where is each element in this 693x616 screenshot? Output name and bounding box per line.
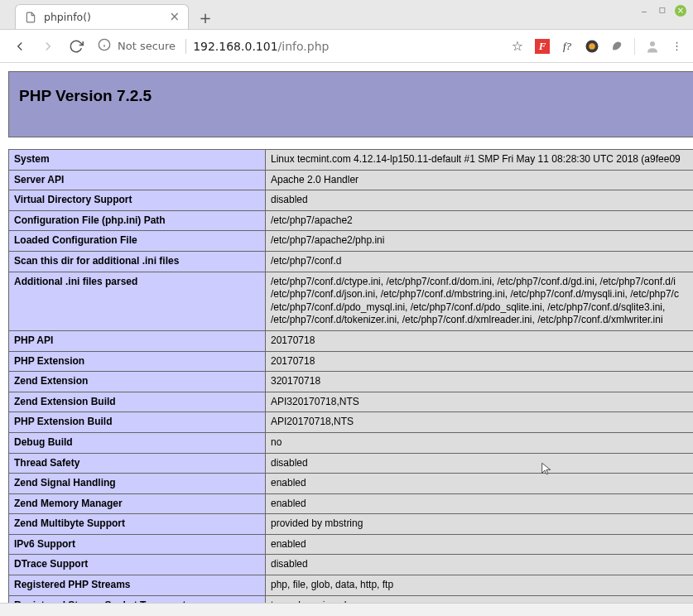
url-path: /info.php bbox=[278, 40, 330, 53]
config-name-cell: Scan this dir for additional .ini files bbox=[9, 251, 266, 272]
table-row: Additional .ini files parsed/etc/php7/co… bbox=[9, 272, 694, 330]
table-row: Zend Signal Handlingenabled bbox=[9, 474, 694, 494]
toolbar-separator bbox=[634, 38, 635, 55]
not-secure-label: Not secure bbox=[118, 40, 176, 52]
browser-toolbar: Not secure 192.168.0.101/info.php ☆ F f?… bbox=[0, 30, 693, 63]
table-row: PHP API20170718 bbox=[9, 330, 694, 351]
forward-button[interactable] bbox=[36, 35, 60, 58]
address-bar[interactable]: Not secure 192.168.0.101/info.php bbox=[98, 38, 329, 54]
config-name-cell: Loaded Configuration File bbox=[9, 231, 266, 252]
window-controls: – ▫ × bbox=[638, 5, 686, 17]
svg-point-4 bbox=[589, 43, 595, 50]
browser-tab-bar: phpinfo() × + – ▫ × bbox=[0, 0, 693, 30]
config-name-cell: Virtual Directory Support bbox=[9, 190, 266, 211]
tab-close-button[interactable]: × bbox=[169, 11, 180, 23]
table-row: DTrace Supportdisabled bbox=[9, 555, 694, 575]
window-maximize-button[interactable]: ▫ bbox=[657, 3, 668, 15]
config-value-cell: /etc/php7/apache2 bbox=[266, 210, 694, 231]
config-value-cell: no bbox=[266, 432, 694, 453]
config-value-cell: /etc/php7/conf.d bbox=[266, 251, 694, 272]
table-row: Zend Extension320170718 bbox=[9, 372, 694, 392]
svg-point-5 bbox=[650, 41, 655, 46]
url-text[interactable]: 192.168.0.101/info.php bbox=[193, 40, 329, 53]
phpinfo-header: PHP Version 7.2.5 bbox=[8, 71, 693, 137]
table-row: IPv6 Supportenabled bbox=[9, 534, 694, 555]
config-name-cell: Zend Extension bbox=[9, 372, 266, 392]
config-name-cell: Zend Memory Manager bbox=[9, 493, 266, 514]
window-close-button[interactable]: × bbox=[675, 5, 686, 17]
config-name-cell: PHP Extension bbox=[9, 351, 266, 372]
config-name-cell: System bbox=[9, 150, 266, 171]
horizontal-scroll-track[interactable] bbox=[0, 603, 693, 616]
browser-tab[interactable]: phpinfo() × bbox=[15, 4, 189, 29]
table-row: Thread Safetydisabled bbox=[9, 453, 694, 474]
reload-button[interactable] bbox=[65, 35, 88, 58]
extension-f-question-icon[interactable]: f? bbox=[560, 39, 575, 54]
config-value-cell: /etc/php7/conf.d/ctype.ini, /etc/php7/co… bbox=[266, 272, 694, 330]
config-value-cell: Apache 2.0 Handler bbox=[266, 170, 694, 190]
table-row: SystemLinux tecmint.com 4.12.14-lp150.11… bbox=[9, 150, 694, 171]
url-host: 192.168.0.101 bbox=[193, 40, 277, 53]
phpinfo-table: SystemLinux tecmint.com 4.12.14-lp150.11… bbox=[8, 149, 693, 603]
tab-title: phpinfo() bbox=[44, 11, 91, 23]
tab-favicon bbox=[24, 11, 37, 24]
table-row: Server APIApache 2.0 Handler bbox=[9, 170, 694, 190]
config-value-cell: API20170718,NTS bbox=[266, 412, 694, 433]
config-name-cell: Zend Multibyte Support bbox=[9, 514, 266, 535]
bookmark-star-icon[interactable]: ☆ bbox=[510, 39, 525, 54]
config-value-cell: API320170718,NTS bbox=[266, 392, 694, 412]
phpinfo-page: PHP Version 7.2.5 SystemLinux tecmint.co… bbox=[0, 63, 693, 603]
config-value-cell: 20170718 bbox=[266, 351, 694, 372]
config-value-cell: php, file, glob, data, http, ftp bbox=[266, 575, 694, 596]
config-name-cell: Thread Safety bbox=[9, 453, 266, 474]
config-value-cell: 320170718 bbox=[266, 372, 694, 392]
extension-swirl-icon[interactable] bbox=[585, 39, 599, 54]
config-name-cell: Debug Build bbox=[9, 432, 266, 453]
table-row: Configuration File (php.ini) Path/etc/ph… bbox=[9, 210, 694, 231]
config-name-cell: Registered Stream Socket Transports bbox=[9, 595, 266, 603]
config-value-cell: enabled bbox=[266, 474, 694, 494]
table-row: Registered Stream Socket Transportstcp, … bbox=[9, 595, 694, 603]
config-value-cell: enabled bbox=[266, 534, 694, 555]
table-row: Zend Extension BuildAPI320170718,NTS bbox=[9, 392, 694, 412]
config-name-cell: Configuration File (php.ini) Path bbox=[9, 210, 266, 231]
config-value-cell: Linux tecmint.com 4.12.14-lp150.11-defau… bbox=[266, 150, 694, 171]
table-row: Registered PHP Streamsphp, file, glob, d… bbox=[9, 575, 694, 596]
config-value-cell: tcp, udp, unix, udg bbox=[266, 595, 694, 603]
table-row: PHP Extension BuildAPI20170718,NTS bbox=[9, 412, 694, 433]
config-name-cell: Additional .ini files parsed bbox=[9, 272, 266, 330]
config-name-cell: Server API bbox=[9, 170, 266, 190]
toolbar-extensions: ☆ F f? ⋮ bbox=[510, 38, 685, 55]
browser-menu-button[interactable]: ⋮ bbox=[670, 39, 685, 54]
profile-avatar-icon[interactable] bbox=[645, 39, 660, 54]
page-title: PHP Version 7.2.5 bbox=[19, 87, 152, 105]
config-value-cell: enabled bbox=[266, 493, 694, 514]
config-name-cell: IPv6 Support bbox=[9, 534, 266, 555]
config-value-cell: 20170718 bbox=[266, 330, 694, 351]
config-name-cell: DTrace Support bbox=[9, 555, 266, 575]
table-row: Loaded Configuration File/etc/php7/apach… bbox=[9, 231, 694, 252]
table-row: Debug Buildno bbox=[9, 432, 694, 453]
config-name-cell: PHP API bbox=[9, 330, 266, 351]
config-name-cell: Zend Extension Build bbox=[9, 392, 266, 412]
config-name-cell: Zend Signal Handling bbox=[9, 474, 266, 494]
back-button[interactable] bbox=[8, 35, 31, 58]
config-name-cell: Registered PHP Streams bbox=[9, 575, 266, 596]
content-viewport[interactable]: PHP Version 7.2.5 SystemLinux tecmint.co… bbox=[0, 63, 693, 603]
config-name-cell: PHP Extension Build bbox=[9, 412, 266, 433]
new-tab-button[interactable]: + bbox=[194, 6, 217, 29]
window-minimize-button[interactable]: – bbox=[638, 5, 650, 17]
config-value-cell: provided by mbstring bbox=[266, 514, 694, 535]
config-value-cell: disabled bbox=[266, 555, 694, 575]
extension-gnome-icon[interactable] bbox=[609, 39, 624, 54]
config-value-cell: disabled bbox=[266, 190, 694, 211]
table-row: PHP Extension20170718 bbox=[9, 351, 694, 372]
extension-flipboard-icon[interactable]: F bbox=[535, 39, 550, 54]
address-separator bbox=[185, 39, 186, 54]
table-row: Scan this dir for additional .ini files/… bbox=[9, 251, 694, 272]
site-info-icon[interactable] bbox=[98, 38, 111, 54]
table-row: Zend Multibyte Supportprovided by mbstri… bbox=[9, 514, 694, 535]
table-row: Virtual Directory Supportdisabled bbox=[9, 190, 694, 211]
config-value-cell: /etc/php7/apache2/php.ini bbox=[266, 231, 694, 252]
config-value-cell: disabled bbox=[266, 453, 694, 474]
